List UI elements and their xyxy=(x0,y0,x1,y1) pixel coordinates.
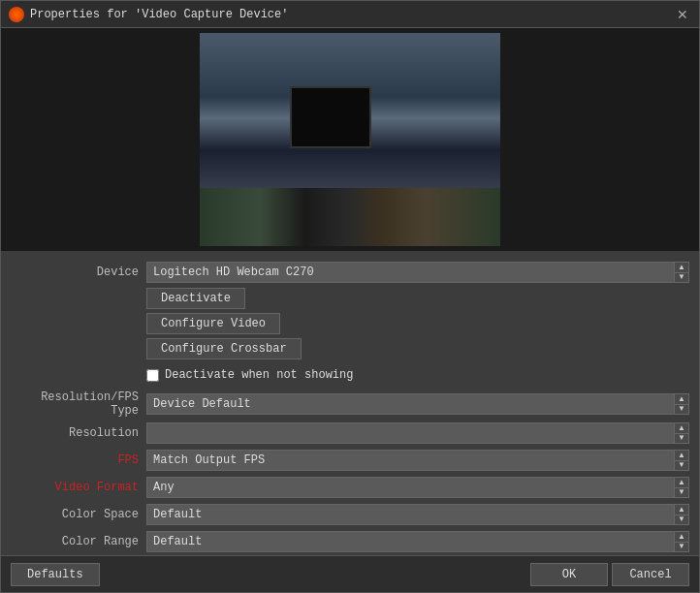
color-range-label: Color Range xyxy=(11,535,146,548)
cancel-button[interactable]: Cancel xyxy=(612,563,689,586)
resolution-spinner-up[interactable]: ▲ xyxy=(675,423,688,434)
color-space-spinner-down[interactable]: ▼ xyxy=(675,515,688,525)
video-format-control: Any ▲ ▼ xyxy=(146,477,689,498)
resolution-spinner-down[interactable]: ▼ xyxy=(675,434,688,444)
video-format-row: Video Format Any ▲ ▼ xyxy=(1,474,699,501)
device-spinner-down[interactable]: ▼ xyxy=(675,273,688,283)
resolution-row: Resolution ▲ ▼ xyxy=(1,420,699,447)
deactivate-row: Deactivate xyxy=(1,286,699,311)
deactivate-checkbox-row: Deactivate when not showing xyxy=(1,361,699,389)
color-range-spinner-down[interactable]: ▼ xyxy=(675,543,688,552)
color-range-control: Default ▲ ▼ xyxy=(146,531,689,552)
fps-spinner-down[interactable]: ▼ xyxy=(675,461,688,471)
close-button[interactable]: ✕ xyxy=(674,6,691,23)
video-format-spinner-up[interactable]: ▲ xyxy=(675,478,688,488)
fps-spinner[interactable]: ▲ ▼ xyxy=(674,450,689,471)
fps-control: Match Output FPS ▲ ▼ xyxy=(146,450,689,471)
color-range-value: Default xyxy=(146,531,674,552)
color-space-spinner[interactable]: ▲ ▼ xyxy=(674,504,689,525)
res-fps-spinner-up[interactable]: ▲ xyxy=(675,394,688,405)
app-icon xyxy=(9,7,24,22)
configure-crossbar-button[interactable]: Configure Crossbar xyxy=(146,338,302,359)
device-control: Logitech HD Webcam C270 ▲ ▼ xyxy=(146,262,689,283)
color-space-label: Color Space xyxy=(11,508,146,521)
bottom-bar: Defaults OK Cancel xyxy=(1,555,699,592)
fps-label: FPS xyxy=(11,453,146,467)
resolution-spinner[interactable]: ▲ ▼ xyxy=(674,422,689,444)
video-format-label: Video Format xyxy=(11,481,146,494)
device-label: Device xyxy=(11,265,146,279)
fps-spinner-up[interactable]: ▲ xyxy=(675,451,688,461)
configure-crossbar-row: Configure Crossbar xyxy=(1,336,699,361)
title-bar: Properties for 'Video Capture Device' ✕ xyxy=(1,1,699,28)
resolution-fps-type-value: Device Default xyxy=(146,393,674,415)
color-range-spinner-up[interactable]: ▲ xyxy=(675,532,688,543)
color-space-control: Default ▲ ▼ xyxy=(146,504,689,525)
resolution-control: ▲ ▼ xyxy=(146,422,689,444)
resolution-label: Resolution xyxy=(11,426,146,440)
deactivate-checkbox[interactable] xyxy=(146,369,159,382)
color-space-value: Default xyxy=(146,504,674,525)
device-row: Device Logitech HD Webcam C270 ▲ ▼ xyxy=(1,259,699,286)
properties-window: Properties for 'Video Capture Device' ✕ … xyxy=(0,0,700,593)
device-spinner-up[interactable]: ▲ xyxy=(675,263,688,273)
color-range-row: Color Range Default ▲ ▼ xyxy=(1,528,699,555)
deactivate-button[interactable]: Deactivate xyxy=(146,288,245,309)
resolution-fps-type-label: Resolution/FPS Type xyxy=(11,390,146,418)
device-value: Logitech HD Webcam C270 xyxy=(146,262,674,283)
resolution-value xyxy=(146,422,674,444)
resolution-fps-type-control: Device Default ▲ ▼ xyxy=(146,393,689,415)
deactivate-checkbox-label: Deactivate when not showing xyxy=(165,368,353,382)
ok-button[interactable]: OK xyxy=(530,563,608,586)
video-format-spinner[interactable]: ▲ ▼ xyxy=(674,477,689,498)
configure-video-row: Configure Video xyxy=(1,311,699,336)
fps-value: Match Output FPS xyxy=(146,450,674,471)
defaults-button[interactable]: Defaults xyxy=(11,563,100,586)
resolution-fps-type-spinner[interactable]: ▲ ▼ xyxy=(674,393,689,415)
color-range-spinner[interactable]: ▲ ▼ xyxy=(674,531,689,552)
video-format-spinner-down[interactable]: ▼ xyxy=(675,488,688,498)
resolution-fps-type-row: Resolution/FPS Type Device Default ▲ ▼ xyxy=(1,389,699,420)
video-format-value: Any xyxy=(146,477,674,498)
configure-video-button[interactable]: Configure Video xyxy=(146,313,280,334)
controls-area: Device Logitech HD Webcam C270 ▲ ▼ Deact… xyxy=(1,251,699,555)
res-fps-spinner-down[interactable]: ▼ xyxy=(675,405,688,415)
video-preview xyxy=(1,28,699,251)
color-space-row: Color Space Default ▲ ▼ xyxy=(1,501,699,528)
device-spinner[interactable]: ▲ ▼ xyxy=(674,262,689,283)
color-space-spinner-up[interactable]: ▲ xyxy=(675,505,688,515)
window-title: Properties for 'Video Capture Device' xyxy=(30,8,674,21)
fps-row: FPS Match Output FPS ▲ ▼ xyxy=(1,447,699,474)
webcam-feed xyxy=(200,33,500,246)
